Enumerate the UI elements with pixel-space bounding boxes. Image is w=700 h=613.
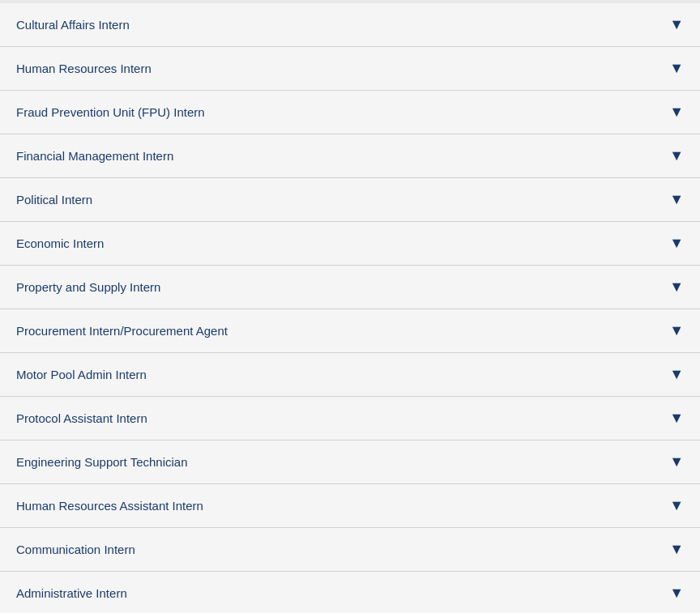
accordion-label-property-and-supply-intern: Property and Supply Intern [16, 280, 160, 294]
chevron-down-icon-protocol-assistant-intern: ▼ [669, 410, 684, 427]
accordion-label-engineering-support-technician: Engineering Support Technician [16, 455, 188, 469]
accordion-item-economic-intern[interactable]: Economic Intern▼ [0, 222, 700, 266]
chevron-down-icon-procurement-intern: ▼ [669, 322, 684, 339]
chevron-down-icon-fraud-prevention-unit-intern: ▼ [669, 104, 684, 121]
accordion-item-motor-pool-admin-intern[interactable]: Motor Pool Admin Intern▼ [0, 353, 700, 397]
accordion-container: Cultural Affairs Intern▼Human Resources … [0, 0, 700, 613]
accordion-label-political-intern: Political Intern [16, 193, 92, 206]
accordion-label-communication-intern: Communication Intern [16, 543, 135, 556]
chevron-down-icon-engineering-support-technician: ▼ [669, 453, 684, 470]
accordion-item-financial-management-intern[interactable]: Financial Management Intern▼ [0, 134, 700, 178]
accordion-label-protocol-assistant-intern: Protocol Assistant Intern [16, 411, 147, 425]
chevron-down-icon-communication-intern: ▼ [669, 541, 684, 558]
accordion-item-protocol-assistant-intern[interactable]: Protocol Assistant Intern▼ [0, 397, 700, 441]
chevron-down-icon-motor-pool-admin-intern: ▼ [669, 366, 684, 383]
accordion-label-cultural-affairs-intern: Cultural Affairs Intern [16, 18, 130, 32]
chevron-down-icon-economic-intern: ▼ [669, 235, 684, 252]
accordion-label-human-resources-intern: Human Resources Intern [16, 62, 152, 75]
accordion-label-fraud-prevention-unit-intern: Fraud Prevention Unit (FPU) Intern [16, 105, 205, 119]
chevron-down-icon-property-and-supply-intern: ▼ [669, 279, 684, 296]
accordion-label-procurement-intern: Procurement Intern/Procurement Agent [16, 324, 228, 338]
accordion-item-communication-intern[interactable]: Communication Intern▼ [0, 528, 700, 572]
accordion-item-human-resources-assistant-intern[interactable]: Human Resources Assistant Intern▼ [0, 484, 700, 528]
chevron-down-icon-financial-management-intern: ▼ [669, 147, 684, 164]
accordion-item-political-intern[interactable]: Political Intern▼ [0, 178, 700, 222]
chevron-down-icon-human-resources-assistant-intern: ▼ [669, 497, 684, 514]
accordion-item-engineering-support-technician[interactable]: Engineering Support Technician▼ [0, 441, 700, 484]
chevron-down-icon-cultural-affairs-intern: ▼ [669, 16, 684, 33]
accordion-label-human-resources-assistant-intern: Human Resources Assistant Intern [16, 499, 203, 513]
accordion-item-human-resources-intern[interactable]: Human Resources Intern▼ [0, 47, 700, 91]
chevron-down-icon-human-resources-intern: ▼ [669, 60, 684, 77]
accordion-label-financial-management-intern: Financial Management Intern [16, 149, 173, 163]
accordion-item-procurement-intern[interactable]: Procurement Intern/Procurement Agent▼ [0, 309, 700, 353]
chevron-down-icon-political-intern: ▼ [669, 191, 684, 208]
chevron-down-icon-administrative-intern: ▼ [669, 585, 684, 602]
accordion-item-property-and-supply-intern[interactable]: Property and Supply Intern▼ [0, 266, 700, 309]
accordion-item-cultural-affairs-intern[interactable]: Cultural Affairs Intern▼ [0, 3, 700, 47]
accordion-item-administrative-intern[interactable]: Administrative Intern▼ [0, 572, 700, 613]
accordion-label-economic-intern: Economic Intern [16, 236, 104, 250]
accordion-label-administrative-intern: Administrative Intern [16, 586, 127, 600]
accordion-item-fraud-prevention-unit-intern[interactable]: Fraud Prevention Unit (FPU) Intern▼ [0, 91, 700, 134]
accordion-label-motor-pool-admin-intern: Motor Pool Admin Intern [16, 368, 147, 381]
